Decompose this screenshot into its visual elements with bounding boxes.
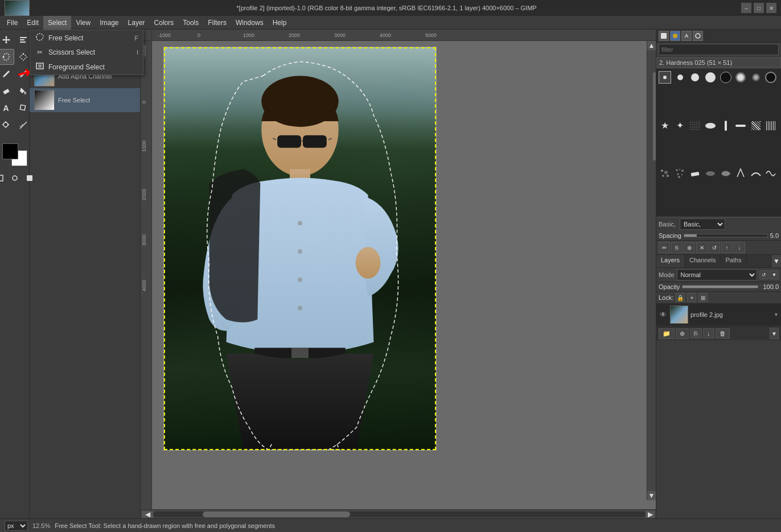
edit-brush-button[interactable]: ✏ <box>659 242 670 253</box>
menu-filters[interactable]: Filters <box>203 16 231 30</box>
scroll-up-button[interactable]: ▲ <box>647 41 656 50</box>
refresh-brush-button[interactable]: ↺ <box>709 242 720 253</box>
v-scroll-thumb[interactable] <box>653 72 656 160</box>
scroll-left-button[interactable]: ◀ <box>142 511 153 518</box>
brush-item-5[interactable] <box>720 71 732 84</box>
menu-image[interactable]: Image <box>95 16 123 30</box>
duplicate-brush-button[interactable]: ⎘ <box>671 242 683 253</box>
brush-item-4[interactable] <box>704 71 717 84</box>
new-group-button[interactable]: 📁 <box>659 328 675 339</box>
menu-select[interactable]: Select <box>43 16 71 30</box>
free-select-tool-button[interactable] <box>0 49 14 65</box>
brush-item-8[interactable] <box>764 71 777 84</box>
brush-item-23[interactable] <box>750 167 762 180</box>
brush-item-11[interactable] <box>689 119 701 132</box>
foreground-color-swatch[interactable] <box>2 143 18 159</box>
layer-item-0[interactable]: 👁 profile 2.jpg ▼ <box>656 304 781 326</box>
lock-position-button[interactable]: + <box>687 293 696 302</box>
tab-paths[interactable]: Paths <box>721 255 747 267</box>
unit-select[interactable]: px mm in <box>5 521 28 531</box>
layer-expand-icon[interactable]: ▼ <box>774 312 779 317</box>
menu-colors[interactable]: Colors <box>150 16 179 30</box>
menu-windows[interactable]: Windows <box>231 16 268 30</box>
layers-panel-menu[interactable]: ▼ <box>772 255 781 267</box>
paintbrush-tool-button[interactable] <box>15 66 31 82</box>
view-fullscreen-button[interactable] <box>0 172 7 184</box>
brush-item-18[interactable] <box>674 167 687 180</box>
minimize-button[interactable]: – <box>741 3 751 13</box>
brush-item-19[interactable] <box>689 167 701 180</box>
canvas-scroll[interactable]: ▲ ▼ <box>152 41 656 509</box>
brush-item-24[interactable] <box>764 167 777 180</box>
tab-channels[interactable]: Channels <box>685 255 721 267</box>
pencil-tool-button[interactable] <box>0 66 14 82</box>
brush-item-15[interactable] <box>750 119 762 132</box>
brush-item-1[interactable] <box>659 71 671 84</box>
merge-down-button[interactable]: ↓ <box>703 328 714 339</box>
h-scroll-thumb[interactable] <box>203 512 351 517</box>
menu-tools[interactable]: Tools <box>178 16 203 30</box>
brush-item-6[interactable] <box>734 71 747 84</box>
mode-refresh-button[interactable]: ↺ <box>759 270 768 279</box>
new-layer-button[interactable]: ⊕ <box>676 328 689 339</box>
menu-edit[interactable]: Edit <box>22 16 43 30</box>
text-tool-button[interactable]: A <box>0 100 14 116</box>
move-tool-button[interactable] <box>0 32 14 48</box>
brush-tool-icon[interactable] <box>659 31 669 41</box>
menu-view[interactable]: View <box>71 16 95 30</box>
menu-help[interactable]: Help <box>268 16 291 30</box>
scroll-right-button[interactable]: ▶ <box>646 511 655 518</box>
fuzzy-select-button[interactable] <box>15 49 31 65</box>
opacity-bar[interactable] <box>682 285 758 288</box>
eraser-tool-button[interactable] <box>0 83 14 99</box>
fill-tool-button[interactable] <box>15 83 31 99</box>
lock-pixels-button[interactable]: 🔒 <box>676 293 685 302</box>
brush-item-21[interactable] <box>720 167 732 180</box>
brush-item-20[interactable] <box>704 167 717 180</box>
menu-file[interactable]: File <box>2 16 22 30</box>
scroll-down-button[interactable]: ▼ <box>647 491 656 500</box>
brush-item-22[interactable] <box>734 167 747 180</box>
brush-filter-input[interactable] <box>659 44 779 55</box>
alignment-tool-button[interactable] <box>15 32 31 48</box>
tab-layers[interactable]: Layers <box>656 255 685 267</box>
brush-item-17[interactable] <box>659 167 671 180</box>
tool-type-icon[interactable]: A <box>681 31 692 41</box>
brush-item-9[interactable]: ★ <box>659 119 671 132</box>
free-select-item[interactable]: Free Select F <box>30 30 143 46</box>
close-button[interactable]: ✕ <box>766 3 776 13</box>
scissors-select-item[interactable]: ✂ Scissors Select I <box>30 46 143 59</box>
brush-item-13[interactable] <box>720 119 732 132</box>
brush-item-12[interactable] <box>704 119 717 132</box>
maximize-button[interactable]: □ <box>754 3 764 13</box>
clone-tool-button[interactable] <box>0 117 14 133</box>
foreground-select-item[interactable]: Foreground Select <box>30 59 143 75</box>
quick-mask-button[interactable] <box>8 172 22 184</box>
brush-item-7[interactable] <box>750 71 762 84</box>
mode-down-button[interactable]: ▼ <box>770 270 779 279</box>
brush-item-3[interactable] <box>689 71 701 84</box>
tool-options-icon[interactable] <box>693 31 703 41</box>
brush-item-2[interactable] <box>674 71 687 84</box>
h-scroll-track[interactable] <box>153 512 646 517</box>
menu-layer[interactable]: Layer <box>124 16 150 30</box>
brush-item-10[interactable]: ✦ <box>674 119 687 132</box>
copy-brush-button[interactable]: ⊕ <box>684 242 695 253</box>
transform-tool-button[interactable] <box>15 100 31 116</box>
lock-alpha-button[interactable]: ⊞ <box>698 293 708 302</box>
layer-eye-0[interactable]: 👁 <box>659 310 668 319</box>
scroll-up-brush-button[interactable]: ↑ <box>721 242 733 253</box>
delete-brush-button[interactable]: ✕ <box>696 242 708 253</box>
history-item-free-select[interactable]: Free Select <box>30 88 140 112</box>
brush-item-16[interactable] <box>764 119 777 132</box>
delete-layer-button[interactable]: 🗑 <box>716 328 730 339</box>
brush-item-14[interactable] <box>734 119 747 132</box>
brush-preset-select[interactable]: Basic, <box>680 218 725 230</box>
tool-active-icon[interactable] <box>670 31 680 41</box>
layers-scroll-button[interactable]: ▼ <box>770 328 779 339</box>
scroll-down-brush-button[interactable]: ↓ <box>734 242 745 253</box>
duplicate-layer-button[interactable]: ⎘ <box>690 328 702 339</box>
mode-select[interactable]: Normal Multiply Screen <box>677 269 757 281</box>
tool-options-button[interactable] <box>23 172 36 184</box>
spacing-bar[interactable] <box>684 234 768 237</box>
